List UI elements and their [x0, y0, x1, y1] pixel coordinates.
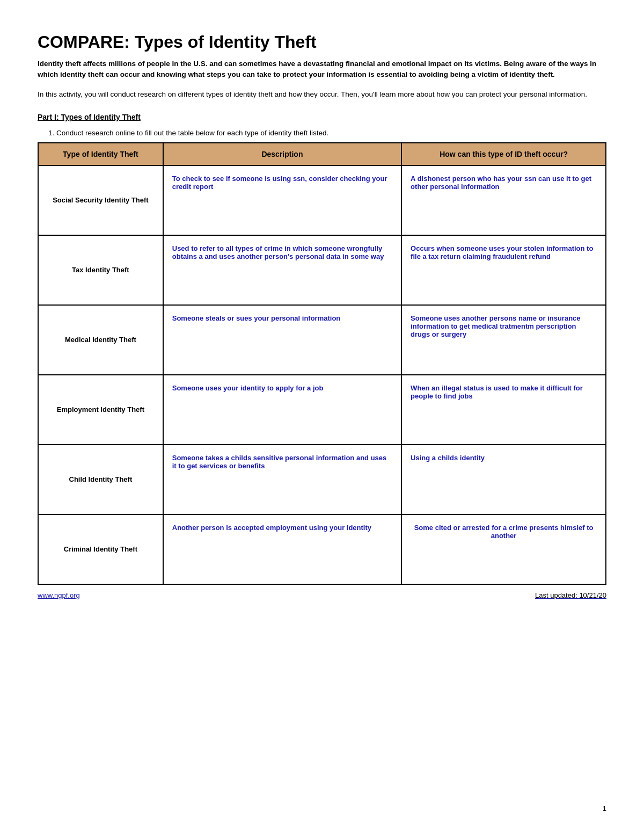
instruction-text: Conduct research online to fill out the … — [38, 129, 606, 137]
part-heading: Part I: Types of Identity Theft — [38, 113, 606, 121]
table-row: Tax Identity TheftUsed to refer to all t… — [38, 235, 606, 305]
cell-description-0: To check to see if someone is using ssn,… — [163, 165, 401, 235]
page-number: 1 — [603, 804, 606, 813]
intro-paragraph-2: In this activity, you will conduct resea… — [38, 89, 606, 100]
cell-occurrence-5: Some cited or arrested for a crime prese… — [401, 514, 606, 584]
cell-type-2: Medical Identity Theft — [38, 305, 163, 375]
cell-type-3: Employment Identity Theft — [38, 375, 163, 445]
cell-type-1: Tax Identity Theft — [38, 235, 163, 305]
cell-description-5: Another person is accepted employment us… — [163, 514, 401, 584]
cell-occurrence-1: Occurs when someone uses your stolen inf… — [401, 235, 606, 305]
column-header-type: Type of Identity Theft — [38, 143, 163, 165]
cell-description-2: Someone steals or sues your personal inf… — [163, 305, 401, 375]
cell-description-3: Someone uses your identity to apply for … — [163, 375, 401, 445]
table-row: Medical Identity TheftSomeone steals or … — [38, 305, 606, 375]
table-row: Criminal Identity TheftAnother person is… — [38, 514, 606, 584]
cell-type-0: Social Security Identity Theft — [38, 165, 163, 235]
cell-description-1: Used to refer to all types of crime in w… — [163, 235, 401, 305]
table-row: Social Security Identity TheftTo check t… — [38, 165, 606, 235]
identity-theft-table: Type of Identity Theft Description How c… — [38, 142, 606, 585]
footer-updated: Last updated: 10/21/20 — [535, 591, 606, 599]
footer: www.ngpf.org Last updated: 10/21/20 — [38, 591, 606, 599]
intro-paragraph-1: Identity theft affects millions of peopl… — [38, 59, 606, 81]
column-header-description: Description — [163, 143, 401, 165]
cell-type-5: Criminal Identity Theft — [38, 514, 163, 584]
cell-occurrence-4: Using a childs identity — [401, 445, 606, 514]
cell-type-4: Child Identity Theft — [38, 445, 163, 514]
page-title: COMPARE: Types of Identity Theft — [38, 32, 606, 52]
table-row: Employment Identity TheftSomeone uses yo… — [38, 375, 606, 445]
cell-description-4: Someone takes a childs sensitive persona… — [163, 445, 401, 514]
cell-occurrence-2: Someone uses another persons name or ins… — [401, 305, 606, 375]
cell-occurrence-0: A dishonest person who has your ssn can … — [401, 165, 606, 235]
cell-occurrence-3: When an illegal status is used to make i… — [401, 375, 606, 445]
footer-link[interactable]: www.ngpf.org — [38, 591, 80, 599]
table-row: Child Identity TheftSomeone takes a chil… — [38, 445, 606, 514]
column-header-occurrence: How can this type of ID theft occur? — [401, 143, 606, 165]
